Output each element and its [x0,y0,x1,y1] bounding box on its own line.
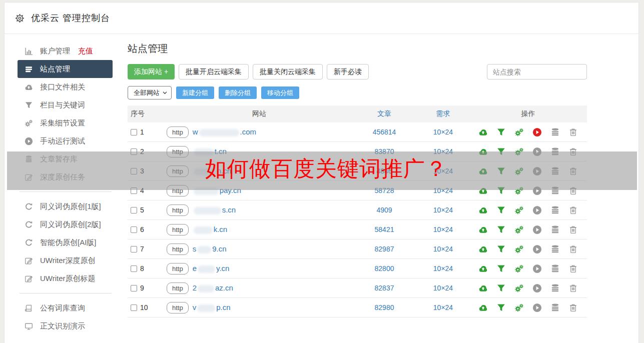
http-protocol-button[interactable]: http [167,224,189,236]
article-count-link[interactable]: 82837 [352,284,417,292]
trash-icon[interactable] [568,206,578,215]
move-group-button[interactable]: 移动分组 [261,86,299,99]
play-icon[interactable] [532,264,542,274]
gears-icon[interactable] [514,128,524,137]
trash-icon[interactable] [568,225,578,234]
site-link[interactable]: s9.cn [193,244,227,254]
recharge-link[interactable]: 充值 [78,46,93,56]
gears-icon[interactable] [514,284,524,293]
play-icon[interactable] [532,244,542,254]
database-icon[interactable] [550,264,560,274]
sidebar-item-0-5[interactable]: 手动运行测试 [5,132,125,150]
add-site-button[interactable]: 添加网站 + [128,64,175,80]
cloud-upload-icon[interactable] [478,244,488,254]
http-protocol-button[interactable]: http [167,302,189,314]
filter-icon[interactable] [496,206,506,215]
site-link[interactable]: vp.cn [193,303,231,312]
http-protocol-button[interactable]: http [167,244,189,255]
filter-icon[interactable] [496,225,506,234]
row-checkbox[interactable] [131,226,137,233]
http-protocol-button[interactable]: http [167,263,189,274]
sidebar-item-2-1[interactable]: 正文识别演示 [5,317,125,335]
gears-icon[interactable] [514,225,524,234]
site-link[interactable]: 2az.cn [193,284,233,292]
filter-icon[interactable] [496,303,506,312]
group-filter-select[interactable]: 全部网站 [128,86,172,100]
play-icon[interactable] [532,303,542,312]
row-seq: 10 [140,304,148,312]
cloud-upload-icon[interactable] [478,284,488,293]
database-icon[interactable] [550,128,560,137]
database-icon[interactable] [550,225,560,234]
cloud-upload-icon[interactable] [478,128,488,137]
play-icon[interactable] [532,206,542,215]
row-checkbox[interactable] [131,246,137,252]
article-count-link[interactable]: 82987 [352,245,417,253]
table-row: 10 http vp.cn 82980 10×24 [128,298,587,318]
sidebar-item-0-0[interactable]: 账户管理充值 [5,42,125,60]
gears-icon [25,119,33,128]
site-link[interactable]: ey.cn [193,264,230,273]
page: 优采云 管理控制台 账户管理充值站点管理接口文件相关栏目与关键词采集细节设置手动… [0,0,644,343]
database-icon[interactable] [550,244,560,254]
filter-icon[interactable] [496,128,506,137]
play-icon[interactable] [532,128,542,137]
sidebar-item-1-0[interactable]: 同义词伪原创[1版] [5,198,125,216]
cloud-upload-icon[interactable] [478,303,488,312]
filter-icon[interactable] [496,284,506,293]
row-checkbox[interactable] [131,304,137,311]
sidebar-item-0-1[interactable]: 站点管理 [18,60,113,78]
sidebar-item-1-4[interactable]: UWriter原创标题 [5,270,125,288]
gears-icon[interactable] [514,206,524,215]
gears-icon[interactable] [514,244,524,254]
article-count-link[interactable]: 82980 [352,304,417,312]
column-header: 序号 [128,110,167,118]
trash-icon[interactable] [568,244,578,254]
site-link[interactable]: w.com [193,128,256,136]
sidebar-item-0-2[interactable]: 接口文件相关 [5,78,125,96]
row-seq: 7 [140,245,144,253]
batch-open-cloud-collect-button[interactable]: 批量开启云端采集 [179,64,249,80]
play-icon[interactable] [532,284,542,293]
article-count-link[interactable]: 82800 [352,264,417,272]
filter-icon[interactable] [496,264,506,274]
cloud-upload-icon[interactable] [478,206,488,215]
row-checkbox[interactable] [131,207,137,214]
site-link[interactable]: k.cn [193,225,228,234]
play-icon[interactable] [532,225,542,234]
sidebar-item-0-4[interactable]: 采集细节设置 [5,114,125,132]
article-count-link[interactable]: 58421 [352,226,417,234]
row-checkbox[interactable] [131,129,137,136]
filter-icon[interactable] [496,244,506,254]
http-protocol-button[interactable]: http [167,204,189,216]
database-icon[interactable] [550,206,560,215]
watermark-text: 如何做百度关键词推广？ [205,154,447,184]
gears-icon[interactable] [514,264,524,274]
trash-icon[interactable] [568,264,578,274]
database-icon[interactable] [550,303,560,312]
trash-icon[interactable] [568,284,578,293]
newbie-guide-button[interactable]: 新手必读 [327,64,369,80]
row-checkbox[interactable] [131,266,137,272]
batch-close-cloud-collect-button[interactable]: 批量关闭云端采集 [253,64,323,80]
trash-icon[interactable] [568,303,578,312]
row-checkbox[interactable] [131,285,137,292]
sidebar-item-1-1[interactable]: 同义词伪原创[2版] [5,216,125,234]
sidebar-item-1-2[interactable]: 智能伪原创[AI版] [5,234,125,252]
sidebar-item-1-3[interactable]: UWriter深度原创 [5,252,125,270]
delete-group-button[interactable]: 删除分组 [219,86,257,99]
http-protocol-button[interactable]: http [167,282,189,294]
database-icon[interactable] [550,284,560,293]
sidebar-item-2-0[interactable]: 公有词库查询 [5,299,125,317]
article-count-link[interactable]: 4909 [352,206,417,214]
site-link[interactable]: s.cn [193,206,236,214]
http-protocol-button[interactable]: http [167,126,189,138]
new-group-button[interactable]: 新建分组 [176,86,214,99]
trash-icon[interactable] [568,128,578,137]
cloud-upload-icon[interactable] [478,264,488,274]
gears-icon[interactable] [514,303,524,312]
site-search-input[interactable] [487,64,587,80]
cloud-upload-icon[interactable] [478,225,488,234]
sidebar-item-0-3[interactable]: 栏目与关键词 [5,96,125,114]
article-count-link[interactable]: 456814 [352,128,417,136]
